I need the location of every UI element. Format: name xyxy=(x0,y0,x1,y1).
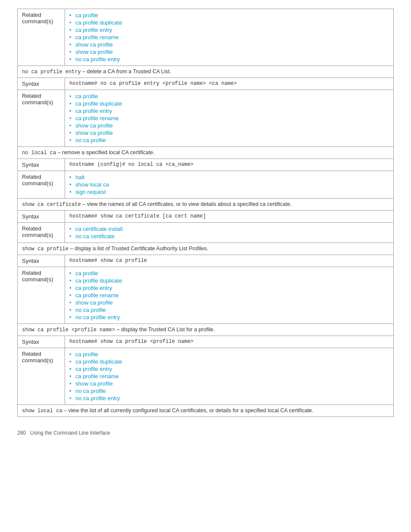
cmd-link[interactable]: ca profile duplicate xyxy=(75,277,122,284)
list-item: ca profile entry xyxy=(69,284,389,292)
list-item: no ca certificate xyxy=(69,233,389,240)
syntax-label: Syntax xyxy=(18,211,65,223)
list-item: no ca profile xyxy=(69,137,389,144)
list-item: ca profile xyxy=(69,351,389,358)
section-intro-row: show ca profile – display a list of Trus… xyxy=(18,243,394,255)
list-item: ca profile entry xyxy=(69,26,389,34)
cmd-link[interactable]: no ca profile entry xyxy=(75,314,120,320)
cmd-link[interactable]: ca profile entry xyxy=(75,366,112,372)
cmd-link[interactable]: ca profile rename xyxy=(75,115,118,121)
syntax-value: hostname# show ca profile <profile name> xyxy=(65,336,394,348)
cmd-link[interactable]: no ca profile entry xyxy=(75,395,120,401)
page-footer: 260 Using the Command Line Interface xyxy=(17,430,394,436)
syntax-value: hostname# show ca certificate [ca cert n… xyxy=(65,211,394,223)
related-commands-cell: ca profile ca profile duplicate ca profi… xyxy=(65,348,394,405)
list-item: ca profile xyxy=(69,270,389,277)
list-item: show ca profile xyxy=(69,48,389,56)
cmd-link[interactable]: show ca profile xyxy=(75,380,113,387)
intro-code: no ca profile entry xyxy=(22,69,81,75)
cmd-link[interactable]: ca certificate install xyxy=(75,226,123,232)
cmd-link[interactable]: no ca certificate xyxy=(75,233,115,240)
main-table: Relatedcommand(s) ca profile ca profile … xyxy=(17,9,394,417)
section-intro: no ca profile entry – delete a CA from a… xyxy=(18,66,394,78)
cmd-link[interactable]: no ca profile xyxy=(75,137,106,143)
cmd-link[interactable]: halt xyxy=(75,174,84,180)
list-item: ca profile xyxy=(69,12,389,19)
cmd-link[interactable]: sign request xyxy=(75,189,106,195)
table-row: Relatedcommand(s) halt show local ca sig… xyxy=(18,171,394,199)
intro-code: show ca profile xyxy=(22,246,68,252)
cmd-link[interactable]: ca profile xyxy=(75,12,98,19)
list-item: no ca profile xyxy=(69,306,389,314)
syntax-label: Syntax xyxy=(18,159,65,171)
cmd-link[interactable]: show ca profile xyxy=(75,299,113,306)
bullet-list: ca profile ca profile duplicate ca profi… xyxy=(69,351,389,402)
table-row: Relatedcommand(s) ca profile ca profile … xyxy=(18,348,394,405)
footer-text: Using the Command Line Interface xyxy=(30,430,110,436)
list-item: show ca profile xyxy=(69,41,389,48)
related-label: Relatedcommand(s) xyxy=(18,90,65,147)
intro-code: show ca profile <profile name> xyxy=(22,327,115,333)
related-label: Relatedcommand(s) xyxy=(18,223,65,243)
cmd-link[interactable]: no ca profile xyxy=(75,307,106,313)
page-container: Relatedcommand(s) ca profile ca profile … xyxy=(17,9,394,436)
cmd-link[interactable]: ca profile entry xyxy=(75,108,112,114)
section-intro-row: no local ca – remove a specified local C… xyxy=(18,147,394,159)
bullet-list: ca profile ca profile duplicate ca profi… xyxy=(69,12,389,63)
list-item: ca profile rename xyxy=(69,115,389,122)
table-row: Syntax hostname (config)# no local ca <c… xyxy=(18,159,394,171)
related-label: Relatedcommand(s) xyxy=(18,9,65,66)
cmd-link[interactable]: no ca profile entry xyxy=(75,56,120,62)
section-intro: show ca profile – display a list of Trus… xyxy=(18,243,394,255)
cmd-link[interactable]: ca profile duplicate xyxy=(75,19,122,26)
table-row: Syntax hostname# show ca profile xyxy=(18,255,394,267)
related-label: Relatedcommand(s) xyxy=(18,267,65,324)
list-item: no ca profile entry xyxy=(69,314,389,321)
cmd-link[interactable]: show ca profile xyxy=(75,41,113,48)
table-row: Syntax hostname# no ca profile entry <pr… xyxy=(18,78,394,90)
cmd-link[interactable]: show local ca xyxy=(75,181,109,188)
cmd-link[interactable]: ca profile xyxy=(75,351,98,358)
cmd-link[interactable]: ca profile rename xyxy=(75,373,118,380)
section-intro-row: show ca certificate – view the names of … xyxy=(18,199,394,211)
syntax-value: hostname# no ca profile entry <profile n… xyxy=(65,78,394,90)
list-item: ca profile rename xyxy=(69,34,389,41)
related-commands-cell: ca profile ca profile duplicate ca profi… xyxy=(65,267,394,324)
cmd-link[interactable]: show ca profile xyxy=(75,122,113,129)
section-intro: no local ca – remove a specified local C… xyxy=(18,147,394,159)
list-item: ca profile duplicate xyxy=(69,358,389,365)
bullet-list: ca profile ca profile duplicate ca profi… xyxy=(69,270,389,321)
intro-code: show ca certificate xyxy=(22,202,81,208)
section-intro-row: show local ca – view the list of all cur… xyxy=(18,405,394,417)
cmd-link[interactable]: ca profile duplicate xyxy=(75,358,122,365)
cmd-link[interactable]: show ca profile xyxy=(75,49,113,55)
related-commands-cell: ca certificate install no ca certificate xyxy=(65,223,394,243)
table-row: Relatedcommand(s) ca profile ca profile … xyxy=(18,90,394,147)
cmd-link[interactable]: no ca profile xyxy=(75,388,106,394)
table-row: Syntax hostname# show ca certificate [ca… xyxy=(18,211,394,223)
list-item: no ca profile entry xyxy=(69,56,389,63)
cmd-link[interactable]: ca profile entry xyxy=(75,27,112,33)
list-item: ca profile duplicate xyxy=(69,277,389,284)
list-item: ca profile xyxy=(69,93,389,100)
cmd-link[interactable]: ca profile rename xyxy=(75,34,118,40)
intro-code: show local ca xyxy=(22,408,62,414)
cmd-link[interactable]: ca profile rename xyxy=(75,292,118,299)
table-row: Relatedcommand(s) ca profile ca profile … xyxy=(18,9,394,66)
cmd-link[interactable]: show ca profile xyxy=(75,130,113,136)
cmd-link[interactable]: ca profile xyxy=(75,270,98,277)
cmd-link[interactable]: ca profile entry xyxy=(75,285,112,291)
syntax-label: Syntax xyxy=(18,78,65,90)
list-item: ca profile duplicate xyxy=(69,100,389,107)
page-number: 260 xyxy=(17,430,26,436)
syntax-label: Syntax xyxy=(18,336,65,348)
list-item: show ca profile xyxy=(69,122,389,129)
related-commands-cell: ca profile ca profile duplicate ca profi… xyxy=(65,90,394,147)
list-item: show ca profile xyxy=(69,299,389,306)
section-intro: show local ca – view the list of all cur… xyxy=(18,405,394,417)
cmd-link[interactable]: ca profile duplicate xyxy=(75,100,122,107)
section-intro: show ca certificate – view the names of … xyxy=(18,199,394,211)
related-commands-cell: ca profile ca profile duplicate ca profi… xyxy=(65,9,394,66)
cmd-link[interactable]: ca profile xyxy=(75,93,98,100)
list-item: no ca profile entry xyxy=(69,395,389,402)
